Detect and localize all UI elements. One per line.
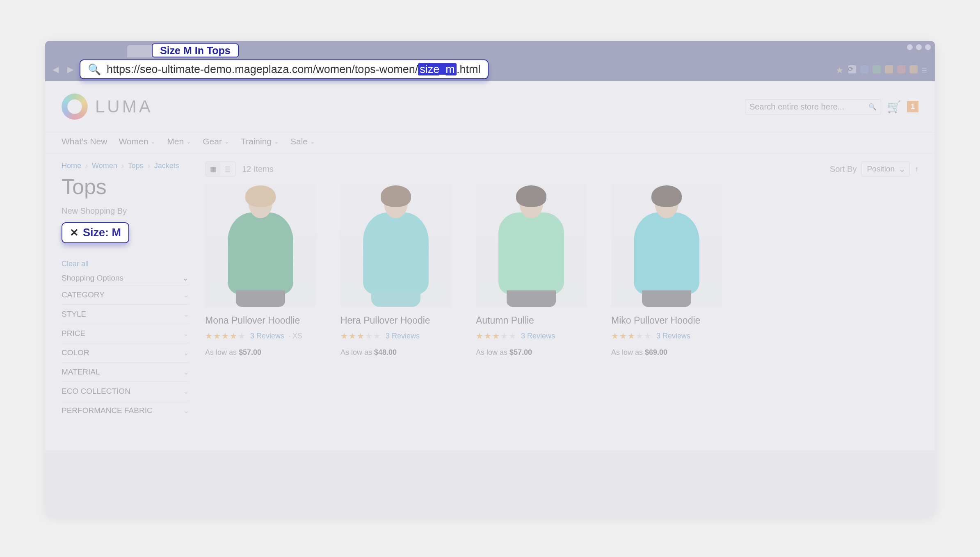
chevron-down-icon: ⌄ (183, 330, 189, 338)
product-name[interactable]: Miko Pullover Hoodie (611, 315, 722, 326)
forward-button[interactable]: ▶ (65, 64, 75, 75)
product-name[interactable]: Autumn Pullie (476, 315, 587, 326)
address-bar[interactable]: 🔍 https://seo-ultimate-demo.mageplaza.co… (80, 59, 489, 79)
browser-toolbar: ◀ ▶ 🔍 https://seo-ultimate-demo.mageplaz… (45, 57, 935, 81)
price: $57.00 (509, 348, 532, 356)
price: $57.00 (239, 348, 261, 356)
close-icon[interactable]: ✕ (70, 226, 79, 239)
search-input[interactable] (749, 102, 864, 112)
breadcrumb: Home› Women› Tops› Jackets (62, 162, 189, 170)
back-button[interactable]: ◀ (50, 64, 61, 75)
chevron-down-icon: ⌄ (183, 349, 189, 357)
active-tab[interactable]: Size M In Tops (152, 43, 239, 57)
sort-select[interactable]: Position ⌄ (861, 162, 910, 176)
ext-icon[interactable] (885, 65, 893, 73)
clear-all-link[interactable]: Clear all (62, 260, 189, 268)
facet-eco[interactable]: ECO COLLECTION⌄ (62, 381, 189, 401)
store-search[interactable]: 🔍 (745, 99, 881, 114)
reviews-link[interactable]: 3 Reviews (656, 332, 690, 340)
nav-gear[interactable]: Gear⌄ (203, 137, 229, 146)
menu-icon[interactable]: ≡ (922, 65, 930, 73)
reviews-link[interactable]: 3 Reviews (250, 332, 284, 340)
product-name[interactable]: Hera Pullover Hoodie (340, 315, 451, 326)
reviews-link[interactable]: 3 Reviews (386, 332, 420, 340)
page-title: Tops (62, 174, 189, 199)
facet-performance[interactable]: PERFORMANCE FABRIC⌄ (62, 401, 189, 420)
page-content: LUMA 🔍 🛒 1 What's New Women⌄ Men⌄ Gear⌄ … (45, 81, 935, 450)
crumb-women[interactable]: Women (92, 162, 117, 170)
shopping-by-label: New Shopping By (62, 206, 189, 216)
cart-icon[interactable]: 🛒 (887, 100, 901, 114)
logo[interactable]: LUMA (62, 94, 153, 120)
star-rating: ★★★★★ (611, 331, 652, 341)
reviews-link[interactable]: 3 Reviews (521, 332, 555, 340)
product-card[interactable]: Mona Pullover Hoodlie ★★★★★ 3 Reviews · … (205, 184, 316, 357)
product-image[interactable] (340, 184, 451, 307)
item-count: 12 Items (242, 164, 274, 174)
crumb-jackets[interactable]: Jackets (154, 162, 179, 170)
bookmark-icon[interactable]: ★ (836, 65, 844, 73)
product-card[interactable]: Hera Pullover Hoodie ★★★★★ 3 Reviews As … (340, 184, 451, 357)
crumb-home[interactable]: Home (62, 162, 81, 170)
view-mode-toggle[interactable]: ▦ ☰ (205, 162, 235, 176)
sort-direction-icon[interactable]: ↑ (915, 165, 918, 173)
cart-count-badge[interactable]: 1 (907, 101, 918, 112)
crumb-tops[interactable]: Tops (128, 162, 144, 170)
star-rating: ★★★★★ (476, 331, 517, 341)
chevron-down-icon: ⌄ (183, 291, 189, 299)
nav-training[interactable]: Training⌄ (241, 137, 279, 146)
facet-style[interactable]: STYLE⌄ (62, 304, 189, 324)
product-card[interactable]: Miko Pullover Hoodie ★★★★★ 3 Reviews As … (611, 184, 722, 357)
product-image[interactable] (205, 184, 316, 307)
facet-price[interactable]: PRICE⌄ (62, 324, 189, 343)
ext-icon[interactable] (897, 65, 905, 73)
ext-icon[interactable] (873, 65, 881, 73)
facet-color[interactable]: COLOR⌄ (62, 343, 189, 362)
product-grid-section: ▦ ☰ 12 Items Sort By Position ⌄ ↑ (205, 162, 918, 420)
active-filter-chip[interactable]: ✕ Size: M (62, 222, 129, 243)
nav-men[interactable]: Men⌄ (167, 137, 191, 146)
list-view-icon[interactable]: ☰ (220, 162, 235, 176)
product-image[interactable] (611, 184, 722, 307)
chevron-down-icon: ⌄ (183, 310, 189, 318)
chevron-down-icon: ⌄ (182, 273, 189, 283)
logo-icon (62, 94, 88, 120)
filter-chip-text: Size: M (83, 226, 121, 239)
product-image[interactable] (476, 184, 587, 307)
facet-category[interactable]: CATEGORY⌄ (62, 285, 189, 304)
sort-label: Sort By (830, 164, 857, 174)
chevron-down-icon: ⌄ (183, 388, 189, 395)
reload-icon[interactable]: ⟳ (848, 65, 856, 73)
star-rating: ★★★★★ (205, 331, 246, 341)
size-suffix: · XS (288, 332, 302, 340)
search-icon[interactable]: 🔍 (868, 103, 877, 111)
url-highlight: size_m (418, 63, 457, 75)
logo-text: LUMA (95, 97, 153, 116)
nav-women[interactable]: Women⌄ (119, 137, 155, 146)
tab-title: Size M In Tops (160, 45, 231, 57)
chevron-down-icon: ⌄ (151, 138, 155, 145)
grid-view-icon[interactable]: ▦ (206, 162, 220, 176)
window-controls[interactable] (907, 44, 931, 50)
product-name[interactable]: Mona Pullover Hoodlie (205, 315, 316, 326)
ext-icon[interactable] (909, 65, 918, 73)
product-grid: Mona Pullover Hoodlie ★★★★★ 3 Reviews · … (205, 184, 918, 357)
price-label: As low as (340, 348, 372, 356)
facet-material[interactable]: MATERIAL⌄ (62, 362, 189, 381)
chevron-down-icon: ⌄ (224, 138, 229, 145)
browser-tabs: Size M In Tops (45, 41, 935, 57)
nav-whats-new[interactable]: What's New (62, 137, 107, 146)
toolbar-icons: ★ ⟳ ≡ (836, 65, 930, 73)
price-label: As low as (205, 348, 237, 356)
product-card[interactable]: Autumn Pullie ★★★★★ 3 Reviews As low as … (476, 184, 587, 357)
price: $69.00 (645, 348, 667, 356)
price-label: As low as (476, 348, 507, 356)
sidebar: Home› Women› Tops› Jackets Tops New Shop… (62, 162, 189, 420)
url-pre: https://seo-ultimate-demo.mageplaza.com/… (107, 63, 418, 75)
main-nav: What's New Women⌄ Men⌄ Gear⌄ Training⌄ S… (45, 132, 935, 153)
chevron-down-icon: ⌄ (183, 407, 189, 415)
ext-icon[interactable] (860, 65, 868, 73)
nav-sale[interactable]: Sale⌄ (290, 137, 315, 146)
store-header: LUMA 🔍 🛒 1 (45, 81, 935, 132)
shopping-options-header[interactable]: Shopping Options ⌄ (62, 273, 189, 283)
